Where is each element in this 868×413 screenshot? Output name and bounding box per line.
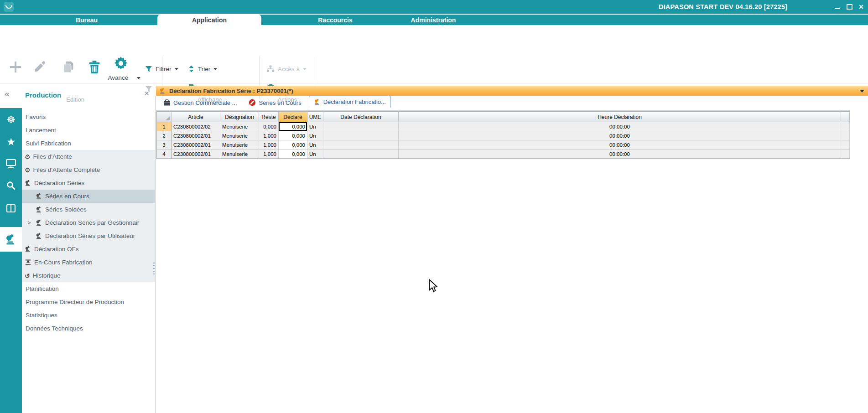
access-button[interactable]: Accès à xyxy=(266,64,307,74)
cell-reste[interactable]: 1,000 xyxy=(259,131,279,140)
cell-date[interactable] xyxy=(323,122,399,131)
expand-chevron-icon[interactable]: > xyxy=(27,219,33,226)
module-search-button[interactable] xyxy=(0,175,22,196)
sidebar-item-declaration-ofs[interactable]: Déclaration OFs xyxy=(22,243,155,256)
minimize-button[interactable] xyxy=(832,0,843,14)
sidebar-item-declaration-series[interactable]: Déclaration Séries xyxy=(22,176,155,190)
cell-declare-focused[interactable]: 0,000 xyxy=(279,122,307,131)
cell-designation[interactable]: Menuiserie xyxy=(220,150,259,159)
chevron-down-icon[interactable] xyxy=(860,90,864,93)
cell-date[interactable] xyxy=(323,131,399,140)
row-number[interactable]: 2 xyxy=(157,131,172,140)
cell-filler xyxy=(841,122,850,131)
column-header-article[interactable]: Article xyxy=(172,112,220,122)
monitor-icon xyxy=(5,159,16,169)
cell-date[interactable] xyxy=(323,150,399,159)
sort-button[interactable]: Trier xyxy=(188,64,217,74)
sidebar-item-donnees-techniques[interactable]: Données Techniques xyxy=(22,322,155,335)
document-header[interactable]: Déclaration Fabrication Série : P2337000… xyxy=(156,86,868,96)
cell-ume[interactable]: Un xyxy=(307,140,323,150)
robot-arm-icon xyxy=(36,206,42,213)
sidebar-item-series-en-cours[interactable]: Séries en Cours xyxy=(22,190,155,203)
advanced-label[interactable]: Avancé xyxy=(101,74,135,81)
no-entry-icon xyxy=(249,99,256,106)
cell-article[interactable]: C230800002/01 xyxy=(172,131,220,140)
module-production-button[interactable] xyxy=(0,227,22,252)
sidebar-item-files-attente[interactable]: ⚙ Files d'Attente xyxy=(22,150,155,163)
cell-ume[interactable]: Un xyxy=(307,122,323,131)
sidebar-item-declaration-series-utilisateur[interactable]: Déclaration Séries par Utilisateur xyxy=(22,229,155,243)
sidebar-item-label: Historique xyxy=(33,272,61,279)
column-header-declare[interactable]: Déclaré xyxy=(279,112,307,122)
cell-article[interactable]: C230800002/01 xyxy=(172,150,220,159)
copy-button[interactable] xyxy=(58,57,78,77)
column-header-heure[interactable]: Heure Déclaration xyxy=(399,112,841,122)
sidebar-item-historique[interactable]: ↺ Historique xyxy=(22,269,155,282)
column-header-ume[interactable]: UME xyxy=(307,112,323,122)
cell-reste[interactable]: 1,000 xyxy=(259,140,279,150)
tab-raccourcis[interactable]: Raccourcis xyxy=(303,15,367,25)
sidebar-close-button[interactable]: × xyxy=(144,89,149,98)
chevron-down-icon[interactable] xyxy=(213,68,217,70)
sidebar-item-programme-directeur[interactable]: Programme Directeur de Production xyxy=(22,295,155,309)
sidebar-item-favoris[interactable]: Favoris xyxy=(22,110,155,124)
access-label: Accès à xyxy=(278,66,300,72)
cell-heure[interactable]: 00:00:00 xyxy=(399,131,841,140)
row-number[interactable]: 3 xyxy=(157,140,172,150)
sidebar-item-suivi-fabrication[interactable]: Suivi Fabrication xyxy=(22,137,155,150)
module-desktop-button[interactable] xyxy=(0,153,22,175)
cell-article[interactable]: C230800002/01 xyxy=(172,140,220,150)
cell-ume[interactable]: Un xyxy=(307,150,323,159)
sidebar-item-files-attente-complete[interactable]: ⚙ Files d'Attente Complète xyxy=(22,163,155,176)
cell-ume[interactable]: Un xyxy=(307,131,323,140)
sidebar-item-declaration-series-gestionnaire[interactable]: > Déclaration Séries par Gestionnair xyxy=(22,216,155,229)
sidebar-item-label: Déclaration Séries xyxy=(34,180,84,186)
add-button[interactable] xyxy=(5,57,26,77)
sidebar-collapse-button[interactable]: « xyxy=(5,89,10,98)
doc-tab-gestion-commerciale[interactable]: Gestion Commerciale ... xyxy=(159,98,241,108)
cell-declare[interactable]: 0,000 xyxy=(279,131,307,140)
sidebar-item-planification[interactable]: Planification xyxy=(22,282,155,295)
cell-declare[interactable]: 0,000 xyxy=(279,150,307,159)
row-number[interactable]: 4 xyxy=(157,150,172,159)
doc-tab-declaration-fabrication[interactable]: Déclaration Fabricatio... xyxy=(309,96,391,108)
select-all-corner[interactable] xyxy=(157,112,172,122)
titlebar: DIAPASON START DEV 04.16.20 [27225] × xyxy=(0,0,868,15)
filter-button[interactable]: Filtrer xyxy=(145,64,178,74)
sidebar-item-label: Séries en Cours xyxy=(45,193,89,200)
cell-reste[interactable]: 1,000 xyxy=(259,150,279,159)
column-header-reste[interactable]: Reste xyxy=(259,112,279,122)
sidebar-item-series-soldees[interactable]: Séries Soldées xyxy=(22,203,155,216)
tab-application[interactable]: Application xyxy=(157,15,261,25)
edit-button[interactable] xyxy=(30,57,50,77)
robot-arm-icon xyxy=(36,232,42,239)
sidebar-item-lancement[interactable]: Lancement xyxy=(22,124,155,137)
sidebar-item-statistiques[interactable]: Statistiques xyxy=(22,309,155,322)
cell-heure[interactable]: 00:00:00 xyxy=(399,150,841,159)
sidebar-item-en-cours-fabrication[interactable]: En-Cours Fabrication xyxy=(22,256,155,269)
cell-designation[interactable]: Menuiserie xyxy=(220,131,259,140)
doc-tab-series-en-cours[interactable]: Séries en Cours xyxy=(244,98,306,108)
cell-heure[interactable]: 00:00:00 xyxy=(399,122,841,131)
chevron-down-icon[interactable] xyxy=(175,68,178,70)
cell-date[interactable] xyxy=(323,140,399,150)
tab-bureau[interactable]: Bureau xyxy=(62,15,112,25)
row-number[interactable]: 1 xyxy=(157,122,172,131)
module-settings-button[interactable]: ☸ xyxy=(0,109,22,131)
cell-designation[interactable]: Menuiserie xyxy=(220,122,259,131)
column-header-designation[interactable]: Désignation xyxy=(220,112,259,122)
cell-designation[interactable]: Menuiserie xyxy=(220,140,259,150)
cell-heure[interactable]: 00:00:00 xyxy=(399,140,841,150)
cell-article[interactable]: C230800002/02 xyxy=(172,122,220,131)
tab-administration[interactable]: Administration xyxy=(399,15,468,25)
cell-reste[interactable]: 0,000 xyxy=(259,122,279,131)
maximize-button[interactable] xyxy=(844,0,855,14)
close-button[interactable]: × xyxy=(856,0,867,14)
sidebar-resize-handle[interactable] xyxy=(153,263,155,276)
module-favorites-button[interactable]: ★ xyxy=(0,131,22,153)
cell-declare[interactable]: 0,000 xyxy=(279,140,307,150)
column-header-date[interactable]: Date Déclaration xyxy=(323,112,399,122)
advanced-button[interactable] xyxy=(111,53,131,73)
module-views-button[interactable] xyxy=(0,197,22,219)
chevron-down-icon[interactable] xyxy=(137,77,140,79)
